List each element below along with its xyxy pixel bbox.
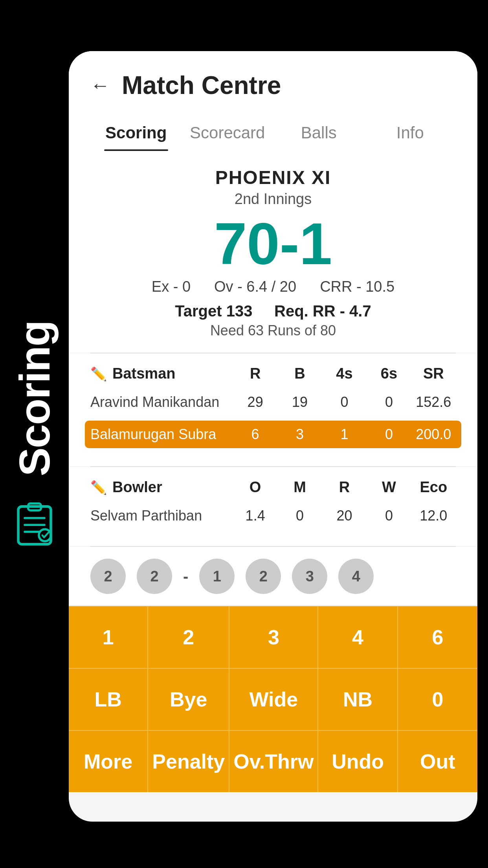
page-title: Match Centre	[122, 71, 281, 100]
edit-batsman-icon[interactable]: ✏️	[90, 366, 107, 382]
bowler-1-m: 0	[277, 508, 322, 524]
batsman-1-6s: 0	[367, 394, 411, 410]
batsman-2-b: 3	[277, 426, 322, 443]
extras-label: Ex - 0	[152, 278, 191, 295]
tab-scorecard[interactable]: Scorecard	[182, 116, 273, 151]
need-row: Need 63 Runs of 80	[90, 322, 456, 339]
ball-5: 3	[292, 559, 327, 594]
bcol-m: M	[277, 479, 322, 496]
bowler-1-o: 1.4	[233, 508, 277, 524]
bowler-1-eco: 12.0	[411, 508, 456, 524]
batsman-1-4s: 0	[322, 394, 367, 410]
scoring-pad: 1 2 3 4 6 LB Bye Wide NB 0 More Penalty …	[69, 606, 477, 792]
tab-scoring[interactable]: Scoring	[90, 116, 182, 151]
batsman-1-name: Aravind Manikandan	[90, 394, 233, 410]
bowler-col-header: ✏️ Bowler	[90, 479, 233, 496]
ball-1: 2	[90, 559, 126, 594]
col-b: B	[277, 365, 322, 382]
pad-button-2[interactable]: 2	[148, 607, 229, 669]
ball-3: 1	[199, 559, 235, 594]
bcol-o: O	[233, 479, 277, 496]
score-meta: Ex - 0 Ov - 6.4 / 20 CRR - 10.5	[90, 278, 456, 295]
batsman-section: ✏️ Batsman R B 4s 6s SR Aravind Manikand…	[69, 353, 477, 466]
pad-button-3[interactable]: 3	[229, 607, 318, 669]
batsman-1-b: 19	[277, 394, 322, 410]
score-display: 70-1	[90, 211, 456, 276]
bcol-w: W	[367, 479, 411, 496]
ball-dash: -	[183, 568, 188, 585]
bowler-row-1[interactable]: Selvam Parthiban 1.4 0 20 0 12.0	[90, 504, 456, 528]
batsman-row-1[interactable]: Aravind Manikandan 29 19 0 0 152.6	[90, 390, 456, 414]
sidebar-scoring-label: Scoring	[9, 321, 59, 476]
pad-button-nb[interactable]: NB	[318, 669, 398, 731]
batsman-1-sr: 152.6	[411, 394, 456, 410]
back-button[interactable]: ←	[90, 74, 110, 97]
pad-button-out[interactable]: Out	[398, 731, 477, 792]
crr-label: CRR - 10.5	[320, 278, 394, 295]
ball-2: 2	[137, 559, 172, 594]
tab-bar: Scoring Scorecard Balls Info	[90, 116, 456, 151]
score-section: PHOENIX XI 2nd Innings 70-1 Ex - 0 Ov - …	[69, 151, 477, 353]
batsman-col-header: ✏️ Batsman	[90, 365, 233, 382]
pad-button-more[interactable]: More	[69, 731, 148, 792]
target-label: Target 133	[175, 302, 252, 320]
bowler-section: ✏️ Bowler O M R W Eco Selvam Parthiban 1…	[69, 467, 477, 546]
pad-button-1[interactable]: 1	[69, 607, 148, 669]
batsman-2-4s: 1	[322, 426, 367, 443]
pad-button-0[interactable]: 0	[398, 669, 477, 731]
ball-4: 2	[246, 559, 281, 594]
bowler-table: ✏️ Bowler O M R W Eco Selvam Parthiban 1…	[90, 479, 456, 528]
bowler-header-row: ✏️ Bowler O M R W Eco	[90, 479, 456, 496]
bowler-1-name: Selvam Parthiban	[90, 508, 233, 524]
batsman-row-2[interactable]: Balamurugan Subra 6 3 1 0 200.0	[85, 421, 461, 448]
batsman-1-r: 29	[233, 394, 277, 410]
team-name: PHOENIX XI	[90, 167, 456, 188]
col-sr: SR	[411, 365, 456, 382]
pad-button-ovthrw[interactable]: Ov.Thrw	[229, 731, 318, 792]
batsman-table: ✏️ Batsman R B 4s 6s SR Aravind Manikand…	[90, 365, 456, 448]
batsman-header-row: ✏️ Batsman R B 4s 6s SR	[90, 365, 456, 382]
clipboard-icon	[13, 500, 56, 547]
batsman-2-6s: 0	[367, 426, 411, 443]
bowler-1-w: 0	[367, 508, 411, 524]
target-row: Target 133 Req. RR - 4.7	[90, 302, 456, 320]
batsman-2-sr: 200.0	[411, 426, 456, 443]
col-r: R	[233, 365, 277, 382]
col-4s: 4s	[322, 365, 367, 382]
pad-button-6[interactable]: 6	[398, 607, 477, 669]
tab-balls[interactable]: Balls	[273, 116, 365, 151]
sidebar: Scoring	[0, 0, 69, 868]
ball-6: 4	[338, 559, 374, 594]
bcol-eco: Eco	[411, 479, 456, 496]
pad-button-4[interactable]: 4	[318, 607, 398, 669]
pad-button-wide[interactable]: Wide	[229, 669, 318, 731]
ball-history: 2 2 - 1 2 3 4	[69, 547, 477, 606]
overs-label: Ov - 6.4 / 20	[214, 278, 296, 295]
tab-info[interactable]: Info	[365, 116, 456, 151]
bcol-r: R	[322, 479, 367, 496]
bowler-1-r: 20	[322, 508, 367, 524]
pad-button-undo[interactable]: Undo	[318, 731, 398, 792]
header: ← Match Centre Scoring Scorecard Balls I…	[69, 51, 477, 151]
batsman-2-name: Balamurugan Subra	[90, 426, 233, 443]
pad-button-penalty[interactable]: Penalty	[148, 731, 229, 792]
innings-label: 2nd Innings	[90, 191, 456, 208]
pad-button-lb[interactable]: LB	[69, 669, 148, 731]
pad-grid: 1 2 3 4 6 LB Bye Wide NB 0 More Penalty …	[69, 606, 477, 792]
edit-bowler-icon[interactable]: ✏️	[90, 480, 107, 495]
main-card: ← Match Centre Scoring Scorecard Balls I…	[69, 51, 477, 822]
pad-button-bye[interactable]: Bye	[148, 669, 229, 731]
batsman-2-r: 6	[233, 426, 277, 443]
req-rr-label: Req. RR - 4.7	[274, 302, 371, 320]
col-6s: 6s	[367, 365, 411, 382]
